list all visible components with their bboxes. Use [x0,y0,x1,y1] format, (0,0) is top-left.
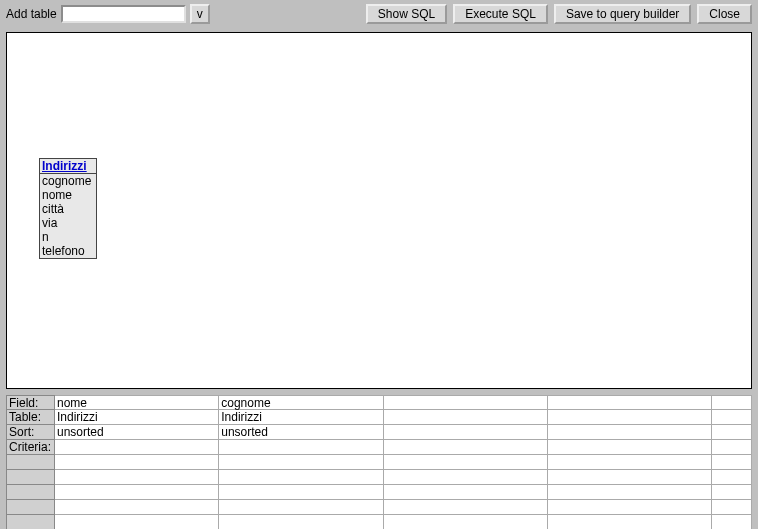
grid-cell-field[interactable] [712,395,752,410]
row-label-extra [6,515,55,529]
save-to-query-builder-button[interactable]: Save to query builder [554,4,691,24]
grid-cell-criteria[interactable] [712,440,752,455]
design-canvas[interactable]: Indirizzi cognome nome città via n telef… [6,32,752,389]
grid-cell-criteria[interactable] [384,440,548,455]
grid-cell-extra[interactable] [55,485,219,500]
grid-cell-criteria[interactable] [55,440,219,455]
table-field[interactable]: nome [40,188,96,202]
table-field[interactable]: via [40,216,96,230]
grid-cell-criteria[interactable] [219,440,383,455]
table-field[interactable]: n [40,230,96,244]
grid-cell-extra[interactable] [712,500,752,515]
row-label-extra [6,455,55,470]
grid-cell-extra[interactable] [219,485,383,500]
grid-cell-extra[interactable] [384,455,548,470]
grid-cell-extra[interactable] [219,515,383,529]
grid-cell-extra[interactable] [384,515,548,529]
table-box-indirizzi[interactable]: Indirizzi cognome nome città via n telef… [39,158,97,259]
grid-cell-extra[interactable] [384,470,548,485]
grid-cell-extra[interactable] [548,515,712,529]
grid-cell-table[interactable]: Indirizzi [219,410,383,425]
table-field[interactable]: cognome [40,174,96,188]
grid-cell-sort[interactable]: unsorted [55,425,219,440]
grid-cell-criteria[interactable] [548,440,712,455]
grid-cell-table[interactable] [384,410,548,425]
add-table-label: Add table [6,7,57,21]
grid-cell-table[interactable]: Indirizzi [55,410,219,425]
grid-cell-table[interactable] [548,410,712,425]
row-label-criteria: Criteria: [6,440,55,455]
grid-cell-extra[interactable] [55,470,219,485]
query-grid: Field: Table: Sort: Criteria: nome Indir… [6,395,752,529]
row-label-sort: Sort: [6,425,55,440]
grid-cell-extra[interactable] [712,515,752,529]
add-table-input[interactable] [61,5,186,23]
grid-cell-field[interactable] [548,395,712,410]
grid-column [548,395,712,529]
grid-column: nome Indirizzi unsorted [55,395,219,529]
grid-column [712,395,752,529]
grid-cell-sort[interactable] [384,425,548,440]
grid-cell-extra[interactable] [548,470,712,485]
grid-cell-sort[interactable]: unsorted [219,425,383,440]
grid-cell-extra[interactable] [219,500,383,515]
toolbar: Add table v Show SQL Execute SQL Save to… [0,0,758,28]
grid-cell-extra[interactable] [548,485,712,500]
execute-sql-button[interactable]: Execute SQL [453,4,548,24]
grid-cell-sort[interactable] [548,425,712,440]
row-label-extra [6,470,55,485]
table-box-title[interactable]: Indirizzi [40,159,96,174]
grid-cell-extra[interactable] [712,470,752,485]
table-field[interactable]: città [40,202,96,216]
grid-cell-extra[interactable] [219,470,383,485]
grid-cell-field[interactable]: cognome [219,395,383,410]
row-label-extra [6,500,55,515]
grid-cell-extra[interactable] [384,500,548,515]
grid-cell-table[interactable] [712,410,752,425]
grid-cell-extra[interactable] [548,455,712,470]
grid-cell-extra[interactable] [219,455,383,470]
grid-cell-extra[interactable] [55,500,219,515]
grid-cell-extra[interactable] [55,515,219,529]
grid-cell-field[interactable] [384,395,548,410]
grid-row-labels: Field: Table: Sort: Criteria: [6,395,55,529]
grid-column: cognome Indirizzi unsorted [219,395,383,529]
grid-cell-extra[interactable] [55,455,219,470]
table-field[interactable]: telefono [40,244,96,258]
grid-cell-extra[interactable] [712,485,752,500]
grid-cell-sort[interactable] [712,425,752,440]
grid-column [384,395,548,529]
grid-cell-extra[interactable] [712,455,752,470]
row-label-table: Table: [6,410,55,425]
grid-cell-extra[interactable] [384,485,548,500]
grid-cell-extra[interactable] [548,500,712,515]
add-table-dropdown-button[interactable]: v [190,4,210,24]
row-label-field: Field: [6,395,55,410]
row-label-extra [6,485,55,500]
close-button[interactable]: Close [697,4,752,24]
grid-cell-field[interactable]: nome [55,395,219,410]
show-sql-button[interactable]: Show SQL [366,4,447,24]
